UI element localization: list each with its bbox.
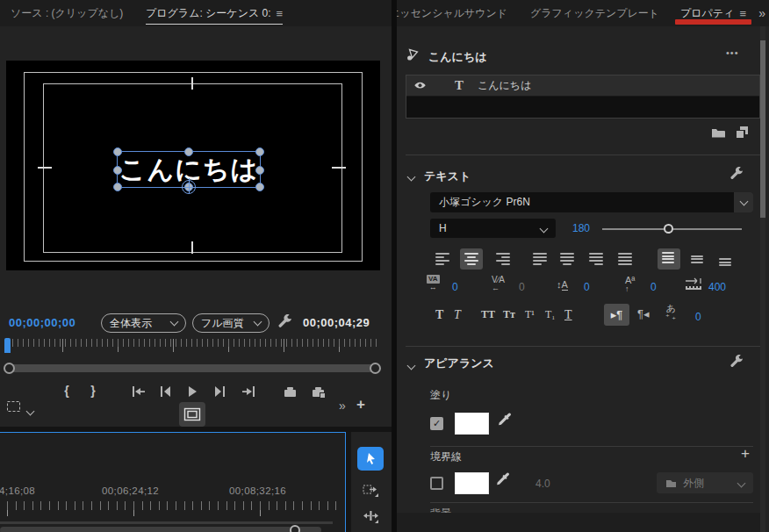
anchor-point[interactable] xyxy=(182,180,196,194)
properties-scrollbar-thumb[interactable] xyxy=(760,40,765,218)
fill-eyedropper-icon[interactable] xyxy=(497,413,512,428)
selected-text-object[interactable]: こんにちは xyxy=(117,151,261,188)
handle-n[interactable] xyxy=(184,147,193,156)
align-left-button[interactable] xyxy=(431,248,454,270)
selection-tool-button[interactable] xyxy=(357,447,384,471)
layer-list-empty-area[interactable] xyxy=(406,97,759,118)
tracking-icon[interactable]: VA↔ xyxy=(427,275,440,291)
playback-quality-select[interactable]: フル画質 xyxy=(192,313,270,333)
font-size-value[interactable]: 180 xyxy=(572,222,590,234)
video-preview[interactable]: こんにちは xyxy=(6,61,380,270)
appearance-section-wrench-icon[interactable] xyxy=(729,355,744,369)
paragraph-ltr-button[interactable]: ▸¶ xyxy=(604,304,629,326)
handle-ne[interactable] xyxy=(255,147,264,156)
header-menu-dots[interactable]: ••• xyxy=(726,47,739,58)
justify-last-left-button[interactable] xyxy=(528,248,551,270)
font-style-select[interactable]: H xyxy=(430,219,556,238)
layer-visibility-eye-icon[interactable] xyxy=(413,81,427,91)
tab-source[interactable]: ソース : (クリップなし) xyxy=(11,0,123,26)
timeline-scrollbar-handle[interactable] xyxy=(290,525,300,532)
step-back-button[interactable] xyxy=(156,384,176,399)
timeline-scrollbar[interactable] xyxy=(0,527,321,532)
stroke-style-select[interactable]: 外側 xyxy=(657,472,753,493)
tab-graphic-templates[interactable]: グラフィックテンプレート xyxy=(530,0,659,26)
add-button-icon[interactable]: + xyxy=(356,396,365,413)
go-to-out-button[interactable] xyxy=(239,384,258,399)
program-panel-menu-icon[interactable]: ≡ xyxy=(277,7,284,20)
layer-row[interactable]: T こんにちは xyxy=(406,75,759,97)
small-caps-button[interactable]: Tᴛ xyxy=(503,309,515,320)
vertical-align-center-button[interactable] xyxy=(686,248,709,270)
work-area-bar[interactable] xyxy=(0,521,333,524)
export-frame-button[interactable] xyxy=(281,384,300,399)
new-folder-icon[interactable] xyxy=(711,126,726,139)
collapse-panel-icon[interactable]: » xyxy=(758,0,765,26)
text-section-chevron-icon[interactable] xyxy=(408,170,414,183)
timeline-panel[interactable]: 4;16;08 00;06;24;12 00;08;32;16 xyxy=(0,432,346,532)
justify-all-button[interactable] xyxy=(614,248,636,270)
add-stroke-icon[interactable]: + xyxy=(741,445,750,463)
superscript-button[interactable]: T¹ xyxy=(525,309,535,320)
all-caps-button[interactable]: TT xyxy=(481,309,495,320)
fill-enabled-checkbox[interactable]: ✓ xyxy=(430,417,443,430)
appearance-section-chevron-icon[interactable] xyxy=(408,359,414,371)
zoom-level-select[interactable]: 全体表示 xyxy=(101,313,186,333)
drag-video-icon[interactable] xyxy=(4,399,24,414)
track-select-forward-tool[interactable] xyxy=(363,483,379,498)
stroke-color-swatch[interactable] xyxy=(455,472,489,494)
tracking-value[interactable]: 0 xyxy=(452,281,458,293)
font-size-slider-knob[interactable] xyxy=(664,224,673,234)
font-family-select[interactable]: 小塚ゴシック Pr6N xyxy=(430,192,753,212)
zoom-handle-left[interactable] xyxy=(4,363,15,374)
more-buttons-icon[interactable]: » xyxy=(339,399,346,413)
monitor-ruler[interactable] xyxy=(7,339,379,347)
play-button[interactable] xyxy=(183,384,202,399)
tab-program[interactable]: プログラム: シーケンス 0: ≡ xyxy=(146,4,283,25)
mark-out-button[interactable]: } xyxy=(83,383,103,399)
fill-color-swatch[interactable] xyxy=(455,413,489,435)
current-timecode[interactable]: 00;00;00;00 xyxy=(9,316,75,329)
go-to-in-button[interactable] xyxy=(129,384,148,399)
baseline-shift-icon[interactable]: Aª↑ xyxy=(625,276,635,293)
align-right-button[interactable] xyxy=(491,248,514,270)
zoom-handle-right[interactable] xyxy=(370,363,381,374)
properties-panel-menu-icon[interactable]: ≡ xyxy=(739,7,746,20)
baseline-shift-value[interactable]: 0 xyxy=(650,281,657,293)
drag-options-chevron-icon[interactable] xyxy=(27,405,33,417)
handle-sw[interactable] xyxy=(113,183,122,191)
step-forward-button[interactable] xyxy=(210,384,229,399)
char-align-value[interactable]: 0 xyxy=(695,311,701,323)
text-section-wrench-icon[interactable] xyxy=(729,167,744,181)
tab-essential-sound[interactable]: エッセンシャルサウンド xyxy=(397,0,507,26)
stroke-eyedropper-icon[interactable] xyxy=(495,472,510,487)
faux-italic-button[interactable]: T xyxy=(454,309,461,321)
safe-margins-button[interactable] xyxy=(179,402,205,427)
mark-in-button[interactable]: { xyxy=(57,383,76,399)
handle-nw[interactable] xyxy=(113,147,122,156)
timeline-ruler[interactable] xyxy=(7,501,341,510)
vertical-align-top-button[interactable] xyxy=(658,248,680,270)
kerning-icon[interactable]: V∕A← xyxy=(492,276,505,292)
ripple-edit-tool[interactable] xyxy=(363,509,379,524)
tsume-value[interactable]: 400 xyxy=(708,281,726,293)
handle-w[interactable] xyxy=(113,166,122,175)
justify-last-center-button[interactable] xyxy=(556,248,579,270)
monitor-zoom-bar[interactable] xyxy=(7,364,379,372)
monitor-settings-wrench-icon[interactable] xyxy=(277,314,292,329)
stroke-enabled-checkbox[interactable] xyxy=(430,477,443,490)
paragraph-rtl-button[interactable]: ¶◂ xyxy=(637,307,650,320)
new-layer-icon[interactable] xyxy=(736,126,749,139)
handle-e[interactable] xyxy=(255,166,264,175)
playhead[interactable] xyxy=(4,338,11,353)
leading-value[interactable]: 0 xyxy=(584,281,590,293)
leading-icon[interactable]: ↕A xyxy=(557,279,568,290)
vertical-align-bottom-button[interactable] xyxy=(715,248,737,270)
char-align-icon[interactable]: あ ⁺ ₊ xyxy=(665,304,676,321)
comparison-view-button[interactable] xyxy=(309,384,328,399)
subscript-button[interactable]: T₁ xyxy=(545,309,556,320)
underline-button[interactable]: T xyxy=(564,309,572,321)
align-center-button[interactable] xyxy=(460,248,483,270)
tsume-icon[interactable] xyxy=(685,277,704,291)
justify-last-right-button[interactable] xyxy=(584,248,607,270)
faux-bold-button[interactable]: T xyxy=(435,309,443,321)
